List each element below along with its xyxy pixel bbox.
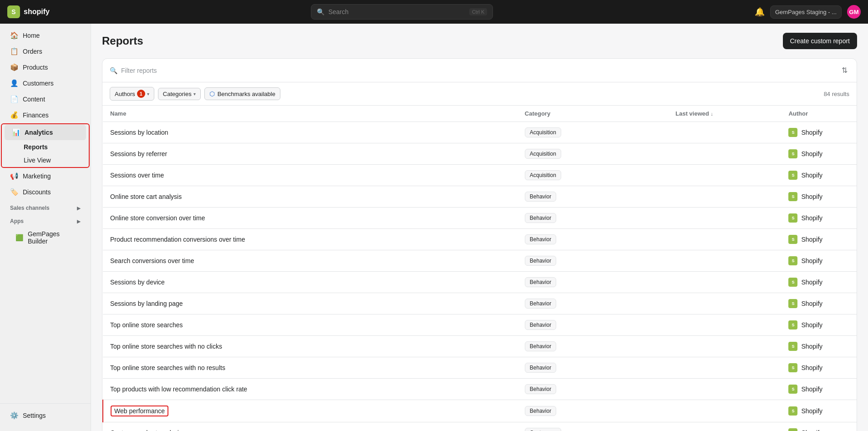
search-input[interactable] [328,8,466,15]
row-category-cell: Behavior [518,250,668,272]
authors-filter-chip[interactable]: Authors 1 ▾ [110,87,154,101]
report-name-link[interactable]: Customer cohort analysis [110,429,182,431]
report-name-link[interactable]: Online store cart analysis [110,193,182,200]
author-name: Shopify [801,321,822,329]
avatar[interactable]: GM [847,5,861,19]
search-box[interactable]: 🔍 Ctrl K [311,4,493,20]
filter-input-wrap: 🔍 [110,67,836,74]
row-name-cell: Product recommendation conversions over … [103,229,518,250]
col-last-viewed-label: Last viewed [675,110,709,117]
row-author-cell: SShopify [781,165,857,186]
benchmarks-chip[interactable]: ⬡ Benchmarks available [204,87,280,100]
row-last-viewed-cell [668,379,781,400]
categories-filter-label: Categories [163,91,192,97]
row-last-viewed-cell [668,314,781,336]
row-author-cell: SShopify [781,229,857,250]
sidebar-item-customers[interactable]: 👤 Customers [3,76,88,91]
author-name: Shopify [801,364,822,371]
category-badge: Acquisition [525,149,561,159]
sidebar-item-marketing[interactable]: 📢 Marketing [3,168,88,184]
category-badge: Behavior [525,320,556,330]
settings-icon: ⚙️ [10,411,18,420]
report-name-link[interactable]: Sessions over time [110,172,164,179]
notification-bell-icon[interactable]: 🔔 [755,7,765,17]
author-name: Shopify [801,279,822,286]
row-category-cell: Behavior [518,293,668,314]
sidebar-item-products[interactable]: 📦 Products [3,60,88,75]
sidebar-item-content[interactable]: 📄 Content [3,91,88,107]
table-row[interactable]: Sessions by landing pageBehaviorSShopify [103,293,857,314]
create-custom-report-button[interactable]: Create custom report [783,33,858,49]
sidebar-item-home[interactable]: 🏠 Home [3,28,88,43]
authors-filter-label: Authors [115,91,135,97]
table-row[interactable]: Sessions by locationAcquisitionSShopify [103,122,857,143]
sidebar-sub-live-view[interactable]: Live View [5,154,86,167]
row-category-cell: Behavior [518,400,668,422]
benchmarks-label: Benchmarks available [218,91,275,97]
sidebar-item-discounts[interactable]: 🏷️ Discounts [3,184,88,200]
table-row[interactable]: Online store conversion over timeBehavio… [103,208,857,229]
products-icon: 📦 [10,63,18,71]
shopify-author-icon: S [788,299,797,308]
author-name: Shopify [801,150,822,157]
page-header: Reports Create custom report [102,33,857,49]
report-name-link[interactable]: Top online store searches with no clicks [110,343,222,350]
main-content: Reports Create custom report 🔍 ⇅ Authors… [91,24,868,431]
table-row[interactable]: Sessions over timeAcquisitionSShopify [103,165,857,186]
table-row[interactable]: Top products with low recommendation cli… [103,379,857,400]
report-name-link[interactable]: Product recommendation conversions over … [110,236,245,243]
report-name-link[interactable]: Sessions by device [110,279,165,286]
row-author-cell: SShopify [781,122,857,143]
row-author-cell: SShopify [781,272,857,293]
report-name-link[interactable]: Sessions by referrer [110,150,167,157]
table-row[interactable]: Sessions by deviceBehaviorSShopify [103,272,857,293]
category-badge: Behavior [525,192,556,202]
sort-button[interactable]: ⇅ [840,64,849,76]
report-name-link[interactable]: Top online store searches [110,321,183,329]
category-badge: Behavior [525,363,556,373]
reports-table: Name Category Last viewed ↓ Author Sessi… [102,106,857,431]
filter-input[interactable] [121,67,836,74]
sidebar-item-gempages-label: GemPages Builder [28,230,81,245]
table-row[interactable]: Top online store searchesBehaviorSShopif… [103,314,857,336]
apps-section[interactable]: Apps ▶ [3,213,88,226]
sidebar-sub-reports[interactable]: Reports [5,141,86,153]
report-name-link[interactable]: Top online store searches with no result… [110,364,225,371]
table-row[interactable]: Sessions by referrerAcquisitionSShopify [103,143,857,165]
row-last-viewed-cell [668,336,781,357]
row-name-cell: Online store cart analysis [103,186,518,208]
sidebar-item-gempages[interactable]: 🟩 GemPages Builder [3,227,88,248]
table-row[interactable]: Product recommendation conversions over … [103,229,857,250]
report-name-link[interactable]: Sessions by landing page [110,300,183,307]
finances-icon: 💰 [10,111,18,119]
logo[interactable]: S shopify [7,5,50,18]
table-row[interactable]: Web performanceBehaviorSShopify [103,400,857,422]
sidebar: 🏠 Home 📋 Orders 📦 Products 👤 Customers 📄… [0,24,91,431]
table-row[interactable]: Top online store searches with no result… [103,357,857,379]
shopify-author-icon: S [788,320,797,330]
row-author-cell: SShopify [781,400,857,422]
table-row[interactable]: Search conversions over timeBehaviorSSho… [103,250,857,272]
row-name-cell: Top online store searches [103,314,518,336]
table-row[interactable]: Top online store searches with no clicks… [103,336,857,357]
sidebar-item-analytics[interactable]: 📊 Analytics [5,125,86,140]
row-name-cell: Sessions by landing page [103,293,518,314]
sales-channels-section[interactable]: Sales channels ▶ [3,200,88,213]
col-header-last-viewed[interactable]: Last viewed ↓ [668,106,781,122]
row-author-cell: SShopify [781,250,857,272]
report-name-link[interactable]: Top products with low recommendation cli… [110,385,247,393]
sidebar-item-orders[interactable]: 📋 Orders [3,44,88,59]
categories-filter-chip[interactable]: Categories ▾ [158,88,201,100]
report-name-link[interactable]: Sessions by location [110,129,168,136]
report-name-link[interactable]: Online store conversion over time [110,214,205,222]
category-badge: Customers [525,428,561,431]
table-row[interactable]: Online store cart analysisBehaviorSShopi… [103,186,857,208]
report-name-link[interactable]: Search conversions over time [110,257,194,264]
table-row[interactable]: Customer cohort analysisCustomersSShopif… [103,422,857,431]
shopify-author-icon: S [788,149,797,158]
store-selector[interactable]: GemPages Staging - ... [770,5,842,19]
row-author-cell: SShopify [781,208,857,229]
sidebar-item-settings[interactable]: ⚙️ Settings [3,408,88,423]
sales-channels-chevron-icon: ▶ [77,206,81,211]
sidebar-item-finances[interactable]: 💰 Finances [3,107,88,123]
